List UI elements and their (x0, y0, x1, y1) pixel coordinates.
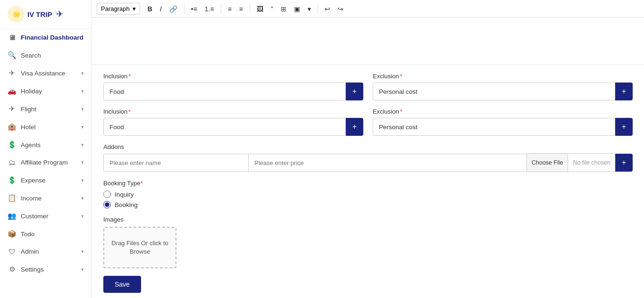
addons-name-input[interactable] (103, 154, 248, 172)
chevron-down-icon: ▾ (81, 88, 84, 94)
inclusion-add-button-1[interactable]: + (346, 83, 363, 100)
inclusion-add-button-2[interactable]: + (346, 118, 363, 136)
exclusion-field-row-2: + (373, 118, 633, 136)
addons-price-input[interactable] (248, 154, 526, 172)
image-button[interactable]: 🖼 (254, 3, 266, 15)
inquiry-radio[interactable] (103, 190, 111, 198)
sidebar-item-label: Income (21, 195, 76, 202)
align-left-button[interactable]: ≡ (225, 3, 234, 15)
sidebar-item-admin[interactable]: 🛡 Admin ▾ (0, 243, 92, 260)
exclusion-add-button-1[interactable]: + (615, 83, 633, 100)
sidebar-item-holiday[interactable]: 🚗 Holiday ▾ (0, 82, 92, 100)
sidebar-item-flight[interactable]: ✈ Flight ▾ (0, 100, 92, 118)
sidebar-item-label: Expense (21, 177, 76, 184)
visa-icon: ✈ (8, 69, 16, 77)
sidebar-item-label: Search (21, 52, 84, 59)
quote-button[interactable]: " (268, 3, 276, 15)
editor-content-area[interactable] (92, 18, 644, 65)
sidebar-item-settings[interactable]: ⚙ Settings ▾ (0, 260, 92, 278)
media-button[interactable]: ▣ (291, 3, 303, 15)
sidebar-item-expense[interactable]: 💲 Expense ▾ (0, 171, 92, 189)
unordered-list-button[interactable]: •≡ (188, 3, 200, 15)
booking-type-radio-group: Inquiry Booking (103, 190, 633, 208)
inclusion-exclusion-row-2: Inclusion* + Exclusion* + (103, 108, 633, 136)
chevron-down-icon: ▾ (81, 70, 84, 76)
exclusion-label-2: Exclusion* (373, 108, 633, 115)
sidebar-item-income[interactable]: 📋 Income ▾ (0, 189, 92, 207)
ordered-list-button[interactable]: 1.≡ (202, 3, 217, 15)
affiliate-icon: 🗂 (8, 158, 16, 166)
addons-add-button[interactable]: + (615, 154, 633, 172)
sidebar-item-visa-assistance[interactable]: ✈ Visa Assistance ▾ (0, 64, 92, 82)
link-button[interactable]: 🔗 (167, 3, 180, 15)
undo-button[interactable]: ↩ (322, 3, 333, 15)
addons-row: Choose File No file chosen + (103, 153, 633, 172)
sidebar-item-label: Affiliate Program (21, 159, 76, 166)
admin-icon: 🛡 (8, 248, 16, 256)
images-label: Images (103, 216, 633, 223)
exclusion-input-2[interactable] (373, 118, 615, 136)
chevron-down-icon: ▾ (81, 248, 84, 255)
logo-icon: 🌟 (8, 6, 25, 23)
inclusion-field-row-2: + (103, 118, 363, 136)
images-section: Images Drag Files Or click to Browse (103, 216, 633, 268)
holiday-icon: 🚗 (8, 87, 16, 95)
sidebar-item-customer[interactable]: 👥 Customer ▾ (0, 207, 92, 225)
chevron-down-icon: ▾ (81, 266, 84, 273)
italic-button[interactable]: I (157, 3, 165, 15)
sidebar-item-label: Flight (21, 106, 76, 113)
chevron-down-icon: ▾ (81, 177, 84, 183)
addons-section: Addons Choose File No file chosen + (103, 143, 633, 172)
file-chosen-text: No file chosen (568, 159, 615, 166)
addons-label: Addons (103, 143, 633, 150)
sidebar-item-financial-dashboard[interactable]: 🖥 Financial Dashboard (0, 29, 92, 46)
paragraph-select[interactable]: Paragraph ▾ (97, 3, 140, 15)
image-drop-zone[interactable]: Drag Files Or click to Browse (103, 227, 176, 268)
file-choose-button[interactable]: Choose File (527, 154, 569, 172)
inclusion-label-2: Inclusion* (103, 108, 363, 115)
exclusion-add-button-2[interactable]: + (615, 118, 633, 136)
booking-label: Booking (115, 201, 138, 208)
chevron-down-icon: ▾ (81, 106, 84, 112)
customer-icon: 👥 (8, 212, 16, 220)
align-right-button[interactable]: ≡ (236, 3, 246, 15)
inclusion-field-row-1: + (103, 83, 363, 100)
save-button[interactable]: Save (103, 276, 141, 293)
sidebar-logo: 🌟 IV TRIP ✈ (0, 0, 92, 29)
table-button[interactable]: ⊞ (278, 3, 289, 15)
dropdown-button[interactable]: ▾ (305, 3, 314, 15)
sidebar-item-label: Admin (21, 248, 76, 255)
inclusion-col-2: Inclusion* + (103, 108, 363, 136)
todo-icon: 📦 (8, 230, 16, 238)
sidebar-item-search[interactable]: 🔍 Search (0, 46, 92, 64)
financial-dashboard-icon: 🖥 (8, 33, 16, 41)
sidebar-item-label: Financial Dashboard (21, 34, 84, 41)
booking-radio[interactable] (103, 201, 111, 208)
inclusion-input-1[interactable] (103, 83, 346, 100)
hotel-icon: 🏨 (8, 123, 16, 131)
sidebar-item-label: Todo (21, 231, 84, 238)
toolbar-divider (221, 4, 221, 14)
bold-button[interactable]: B (145, 3, 155, 15)
chevron-down-icon: ▾ (81, 195, 84, 201)
booking-radio-label[interactable]: Booking (103, 201, 633, 208)
inclusion-exclusion-row-1: Inclusion* + Exclusion* + (103, 73, 633, 100)
sidebar-item-label: Agents (21, 141, 76, 149)
sidebar-item-hotel[interactable]: 🏨 Hotel ▾ (0, 118, 92, 136)
brand-name: IV TRIP (27, 10, 52, 18)
chevron-down-icon: ▾ (81, 159, 84, 166)
redo-button[interactable]: ↪ (335, 3, 346, 15)
paragraph-label: Paragraph (101, 5, 130, 12)
exclusion-input-1[interactable] (373, 83, 615, 100)
sidebar-item-affiliate-program[interactable]: 🗂 Affiliate Program ▾ (0, 154, 92, 171)
sidebar-item-agents[interactable]: 💲 Agents ▾ (0, 136, 92, 154)
exclusion-col-2: Exclusion* + (373, 108, 633, 136)
sidebar-item-todo[interactable]: 📦 Todo (0, 225, 92, 243)
inclusion-input-2[interactable] (103, 118, 346, 136)
main-content: Paragraph ▾ B I 🔗 •≡ 1.≡ ≡ ≡ 🖼 " ⊞ ▣ ▾ ↩… (92, 0, 644, 298)
inquiry-radio-label[interactable]: Inquiry (103, 190, 633, 198)
editor-toolbar: Paragraph ▾ B I 🔗 •≡ 1.≡ ≡ ≡ 🖼 " ⊞ ▣ ▾ ↩… (92, 0, 644, 18)
sidebar-item-label: Settings (21, 266, 76, 273)
exclusion-label-1: Exclusion* (373, 73, 633, 80)
sidebar: 🌟 IV TRIP ✈ 🖥 Financial Dashboard 🔍 Sear… (0, 0, 92, 298)
